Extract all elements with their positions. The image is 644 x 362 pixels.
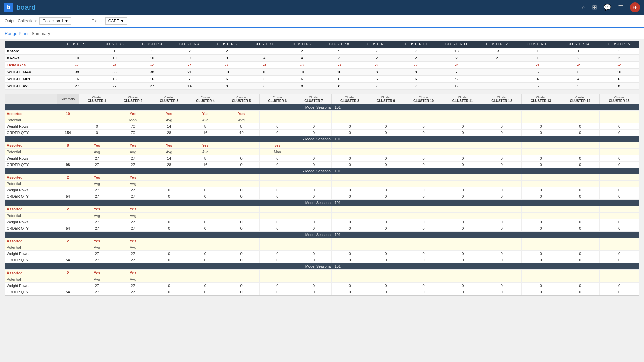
summary-header-row: CLUSTER 1 CLUSTER 2 CLUSTER 3 CLUSTER 4 … (5, 41, 639, 48)
detail-col-c1: ClusterCLUSTER 1 (79, 94, 115, 104)
summary-col-c12: CLUSTER 12 (477, 41, 517, 48)
summary-col-c14: CLUSTER 14 (558, 41, 599, 48)
summary-table: CLUSTER 1 CLUSTER 2 CLUSTER 3 CLUSTER 4 … (5, 41, 639, 90)
detail-col-c9: ClusterCLUSTER 9 (368, 94, 404, 104)
menu-icon[interactable]: ☰ (618, 4, 623, 11)
detail-col-c10: ClusterCLUSTER 10 (404, 94, 443, 104)
collection-select[interactable]: Collection 1 ▼ (39, 17, 71, 25)
detail-scroll[interactable]: Summary ClusterCLUSTER 1 ClusterCLUSTER … (5, 94, 639, 295)
top-navigation: b board ⌂ ⊞ 💬 ☰ FF (0, 0, 644, 15)
summary-col-c3: CLUSTER 3 (133, 41, 171, 48)
main-content: CLUSTER 1 CLUSTER 2 CLUSTER 3 CLUSTER 4 … (0, 39, 644, 360)
summary-col-c11: CLUSTER 11 (436, 41, 477, 48)
class-value: CAPE (108, 19, 119, 23)
detail-col-c7: ClusterCLUSTER 7 (296, 94, 332, 104)
app-name: board (17, 4, 36, 11)
breadcrumb-current: Summary (32, 31, 50, 36)
detail-col-c13: ClusterCLUSTER 13 (521, 94, 560, 104)
detail-table: Summary ClusterCLUSTER 1 ClusterCLUSTER … (5, 94, 639, 295)
chat-icon[interactable]: 💬 (604, 4, 611, 11)
detail-col-c15: ClusterCLUSTER 15 (600, 94, 639, 104)
collection-more-button[interactable]: ··· (75, 19, 78, 23)
detail-col-c4: ClusterCLUSTER 4 (187, 94, 223, 104)
detail-col-c14: ClusterCLUSTER 14 (560, 94, 600, 104)
detail-col-c8: ClusterCLUSTER 8 (332, 94, 368, 104)
summary-col-c13: CLUSTER 13 (517, 41, 558, 48)
summary-tbody: # Store11122525771313111# Rows1010109944… (5, 48, 639, 90)
summary-col-c6: CLUSTER 6 (246, 41, 283, 48)
detail-col-c12: ClusterCLUSTER 12 (482, 94, 522, 104)
output-collection-label: Output Collection: (5, 19, 37, 23)
summary-col-c7: CLUSTER 7 (283, 41, 321, 48)
logo-icon: b (4, 3, 13, 12)
nav-right-icons: ⌂ ⊞ 💬 ☰ FF (582, 2, 640, 12)
collection-value: Collection 1 (42, 19, 63, 23)
summary-col-c9: CLUSTER 9 (358, 41, 395, 48)
logo-letter: b (7, 4, 10, 10)
summary-col-c8: CLUSTER 8 (321, 41, 358, 48)
detail-col-c3: ClusterCLUSTER 3 (151, 94, 187, 104)
detail-col-c11: ClusterCLUSTER 11 (443, 94, 482, 104)
class-select[interactable]: CAPE ▼ (105, 17, 127, 25)
summary-col-c1: CLUSTER 1 (58, 41, 96, 48)
detail-col-c5: ClusterCLUSTER 5 (223, 94, 260, 104)
breadcrumb-parent[interactable]: Range Plan (5, 31, 28, 36)
summary-col-c15: CLUSTER 15 (599, 41, 639, 48)
detail-header-row: Summary ClusterCLUSTER 1 ClusterCLUSTER … (5, 94, 639, 104)
detail-col-c6: ClusterCLUSTER 6 (259, 94, 296, 104)
class-label: Class: (91, 19, 102, 23)
toolbar: Output Collection: Collection 1 ▼ ··· | … (0, 15, 644, 28)
grid-icon[interactable]: ⊞ (592, 4, 597, 11)
detail-table-wrap: Summary ClusterCLUSTER 1 ClusterCLUSTER … (5, 94, 639, 296)
detail-col-summary: Summary (57, 94, 79, 104)
class-more-button[interactable]: ··· (131, 19, 134, 23)
summary-col-c10: CLUSTER 10 (395, 41, 436, 48)
detail-tbody: - Model Seasonal : 101Assorted10YesYesYe… (5, 104, 639, 295)
detail-col-label (5, 94, 57, 104)
summary-col-label (5, 41, 58, 48)
summary-col-c5: CLUSTER 5 (208, 41, 246, 48)
breadcrumb: Range Plan Summary (0, 28, 644, 39)
summary-col-c4: CLUSTER 4 (171, 41, 208, 48)
avatar[interactable]: FF (630, 2, 640, 12)
summary-col-c2: CLUSTER 2 (96, 41, 133, 48)
home-icon[interactable]: ⌂ (582, 4, 585, 11)
detail-col-c2: ClusterCLUSTER 2 (115, 94, 151, 104)
